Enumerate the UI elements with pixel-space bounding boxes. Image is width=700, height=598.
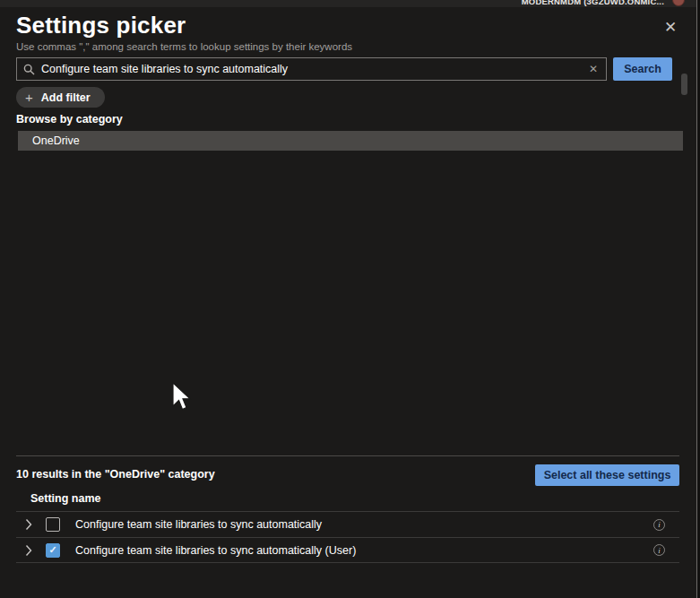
table-row[interactable]: ✓ Configure team site libraries to sync … — [16, 537, 679, 563]
search-input[interactable] — [41, 63, 587, 75]
clear-search-icon[interactable]: ✕ — [587, 63, 600, 75]
account-label: MODERNMDM (3GZUWD.ONMIC... — [522, 0, 664, 6]
select-all-button[interactable]: Select all these settings — [535, 464, 679, 486]
search-button[interactable]: Search — [613, 57, 672, 81]
row-checkbox-unchecked[interactable] — [46, 517, 60, 532]
close-icon[interactable]: ✕ — [661, 17, 680, 37]
results-summary: 10 results in the "OneDrive" category — [16, 468, 215, 481]
results-divider — [16, 455, 679, 456]
info-icon[interactable]: i — [653, 519, 665, 531]
page-subtitle: Use commas "," among search terms to loo… — [16, 41, 352, 52]
settings-picker-panel: MODERNMDM (3GZUWD.ONMIC... Settings pick… — [0, 0, 700, 598]
portal-topbar: MODERNMDM (3GZUWD.ONMIC... — [0, 0, 700, 7]
chevron-right-icon[interactable] — [25, 544, 32, 557]
search-box[interactable]: ✕ — [16, 57, 607, 81]
mouse-cursor — [171, 381, 194, 415]
table-row[interactable]: Configure team site libraries to sync au… — [16, 511, 679, 537]
scrollbar-thumb[interactable] — [681, 74, 687, 95]
setting-name-column-header: Setting name — [30, 492, 101, 505]
add-filter-label: Add filter — [41, 91, 91, 104]
info-icon[interactable]: i — [653, 544, 665, 556]
category-item-onedrive[interactable]: OneDrive — [18, 131, 683, 151]
plus-icon: + — [25, 90, 33, 105]
setting-name-label: Configure team site libraries to sync au… — [75, 544, 653, 557]
results-table: Configure team site libraries to sync au… — [16, 511, 679, 563]
browse-by-category-heading: Browse by category — [16, 113, 123, 126]
add-filter-button[interactable]: + Add filter — [16, 87, 105, 108]
page-title: Settings picker — [16, 12, 186, 39]
chevron-right-icon[interactable] — [25, 518, 32, 531]
setting-name-label: Configure team site libraries to sync au… — [75, 518, 653, 531]
row-checkbox-checked[interactable]: ✓ — [46, 543, 60, 558]
search-icon — [23, 64, 35, 75]
account-avatar[interactable] — [672, 0, 685, 6]
